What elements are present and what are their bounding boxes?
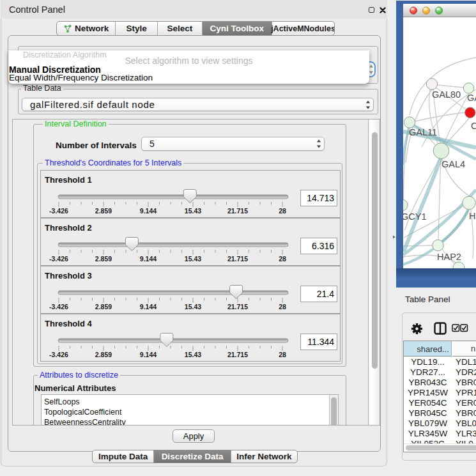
svg-text:15.43: 15.43 [185,255,201,263]
svg-text:-3.426: -3.426 [49,351,68,358]
svg-text:-3.426: -3.426 [49,303,68,311]
svg-text:GAL80: GAL80 [432,89,461,100]
svg-text:15.43: 15.43 [185,207,201,215]
svg-text:15.43: 15.43 [185,351,201,358]
svg-text:GCY1: GCY1 [403,211,427,222]
svg-text:9.144: 9.144 [140,207,157,215]
svg-text:2.859: 2.859 [95,255,112,263]
svg-text:15.43: 15.43 [185,303,201,311]
svg-text:28: 28 [279,351,286,358]
svg-text:28: 28 [279,255,286,263]
svg-text:HI: HI [469,211,476,221]
svg-text:28: 28 [279,303,286,311]
svg-text:GAL: GAL [467,93,476,103]
svg-text:HAP2: HAP2 [437,252,461,262]
svg-text:21.715: 21.715 [227,351,248,358]
svg-text:-3.426: -3.426 [49,255,68,263]
svg-text:2.859: 2.859 [95,303,112,311]
svg-text:21.715: 21.715 [227,207,248,215]
svg-text:GAL11: GAL11 [409,127,437,137]
svg-text:28: 28 [279,207,286,215]
svg-text:9.144: 9.144 [140,303,157,311]
svg-text:CY: CY [471,121,476,131]
svg-text:2.859: 2.859 [95,207,112,215]
svg-text:9.144: 9.144 [140,351,157,358]
svg-text:21.715: 21.715 [227,255,248,263]
svg-text:-3.426: -3.426 [49,207,68,215]
svg-text:9.144: 9.144 [140,255,157,263]
svg-text:GAL4: GAL4 [441,159,465,169]
svg-text:21.715: 21.715 [227,303,248,311]
svg-text:2.859: 2.859 [95,351,112,358]
